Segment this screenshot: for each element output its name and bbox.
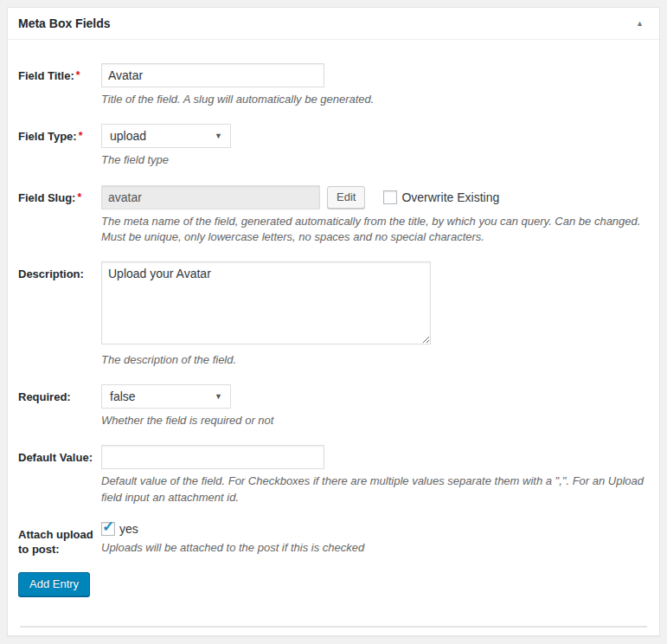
page-wrap: Meta Box Fields ▲ Field Title:* Title of… <box>0 0 667 644</box>
default-value-help: Default value of the field. For Checkbox… <box>101 473 649 505</box>
panel-body: Field Title:* Title of the field. A slug… <box>8 63 659 628</box>
required-selected-value: false <box>110 390 136 403</box>
field-type-row: Field Type:* upload ▼ The field type <box>18 124 649 168</box>
required-asterisk: * <box>79 130 83 142</box>
required-asterisk: * <box>77 191 81 203</box>
attach-upload-checkbox[interactable]: ✓ <box>101 522 115 536</box>
field-type-selected-value: upload <box>110 129 146 143</box>
default-value-input[interactable] <box>101 445 324 469</box>
description-label: Description: <box>18 261 101 368</box>
chevron-down-icon: ▼ <box>215 132 222 140</box>
field-slug-help: The meta name of the field, generated au… <box>101 214 649 245</box>
panel-title: Meta Box Fields <box>18 16 111 31</box>
checkmark-icon: ✓ <box>102 519 114 534</box>
description-label-text: Description: <box>18 267 84 280</box>
collapse-panel-icon[interactable]: ▲ <box>631 20 649 28</box>
default-value-label: Default Value: <box>18 445 101 505</box>
bottom-divider <box>20 626 647 628</box>
overwrite-existing-group: Overwrite Existing <box>383 190 499 204</box>
attach-upload-label: Attach upload to post: <box>18 522 101 557</box>
field-title-input[interactable] <box>101 63 324 87</box>
edit-slug-button[interactable]: Edit <box>327 186 365 209</box>
description-row: Description: Upload your Avatar The desc… <box>18 261 649 368</box>
field-slug-row: Field Slug:* Edit Overwrite Existing The… <box>18 185 649 245</box>
field-title-label: Field Title:* <box>18 63 101 107</box>
overwrite-existing-checkbox[interactable] <box>383 190 397 204</box>
field-type-label-text: Field Type: <box>18 130 77 143</box>
field-slug-label-text: Field Slug: <box>18 191 75 204</box>
field-type-help: The field type <box>101 152 649 168</box>
description-help: The description of the field. <box>101 352 649 368</box>
attach-upload-help: Uploads will be attached to the post if … <box>101 540 649 556</box>
required-row: Required: false ▼ Whether the field is r… <box>18 384 649 428</box>
default-value-label-text: Default Value: <box>18 451 93 464</box>
field-slug-input[interactable] <box>101 185 320 209</box>
default-value-row: Default Value: Default value of the fiel… <box>18 445 649 505</box>
meta-box-fields-panel: Meta Box Fields ▲ Field Title:* Title of… <box>7 7 660 636</box>
overwrite-existing-label: Overwrite Existing <box>401 190 499 204</box>
field-type-label: Field Type:* <box>18 124 101 168</box>
field-type-select[interactable]: upload ▼ <box>101 124 231 148</box>
chevron-down-icon: ▼ <box>215 392 222 401</box>
required-help: Whether the field is required or not <box>101 413 649 428</box>
required-asterisk: * <box>76 69 80 81</box>
attach-upload-row: Attach upload to post: ✓ yes Uploads wil… <box>18 522 649 557</box>
attach-upload-label-text: Attach upload to post: <box>18 528 93 557</box>
required-label: Required: <box>18 384 101 428</box>
field-title-row: Field Title:* Title of the field. A slug… <box>18 63 649 107</box>
required-select[interactable]: false ▼ <box>101 384 231 409</box>
field-title-help: Title of the field. A slug will automati… <box>101 92 649 107</box>
description-textarea[interactable]: Upload your Avatar <box>101 261 431 345</box>
panel-header: Meta Box Fields ▲ <box>8 8 659 40</box>
field-slug-label: Field Slug:* <box>18 185 101 245</box>
field-title-label-text: Field Title: <box>18 69 74 82</box>
add-entry-button[interactable]: Add Entry <box>18 572 90 596</box>
required-label-text: Required: <box>18 390 71 403</box>
attach-upload-checkbox-label: yes <box>119 522 138 536</box>
